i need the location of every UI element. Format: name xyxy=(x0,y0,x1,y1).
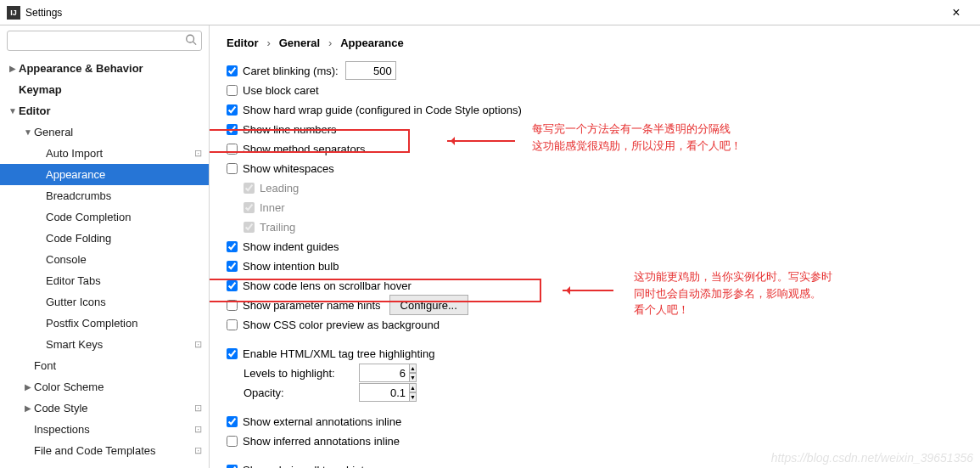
tree-inspections[interactable]: Inspections⊡ xyxy=(0,419,209,440)
chk-inferred-ann[interactable] xyxy=(227,436,238,447)
tree-smart-keys[interactable]: Smart Keys⊡ xyxy=(0,334,209,355)
spinner-levels[interactable]: ▲▼ xyxy=(352,364,403,382)
row-whitespaces: Show whitespaces xyxy=(227,159,965,178)
chk-line-numbers[interactable] xyxy=(227,124,238,135)
chk-param-hints[interactable] xyxy=(227,300,238,311)
input-levels[interactable] xyxy=(359,364,410,382)
settings-tree: ▶Appearance & Behavior Keymap ▼Editor ▼G… xyxy=(0,56,209,461)
row-code-lens: Show code lens on scrollbar hover xyxy=(227,276,965,295)
row-levels: Levels to highlight: ▲▼ xyxy=(227,364,965,382)
spinner-opacity[interactable]: ▲▼ xyxy=(352,383,403,402)
tree-editor-tabs[interactable]: Editor Tabs xyxy=(0,270,209,291)
row-block-caret: Use block caret xyxy=(227,81,965,99)
row-intention-bulb: Show intention bulb xyxy=(227,257,965,275)
lbl-method-separators: Show method separators xyxy=(243,143,366,155)
chk-intention-bulb[interactable] xyxy=(227,261,238,272)
chk-css-color[interactable] xyxy=(227,319,238,330)
tree-keymap[interactable]: Keymap xyxy=(0,79,209,100)
chevron-right-icon: ▶ xyxy=(22,382,34,392)
lbl-inner: Inner xyxy=(260,201,285,214)
tree-auto-import[interactable]: Auto Import⊡ xyxy=(0,143,209,164)
chk-hard-wrap[interactable] xyxy=(227,104,238,116)
chk-method-separators[interactable] xyxy=(227,144,238,155)
search-input[interactable] xyxy=(7,31,202,51)
row-inner: Inner xyxy=(227,198,965,217)
tree-appearance-behavior[interactable]: ▶Appearance & Behavior xyxy=(0,58,209,79)
tree-code-folding[interactable]: Code Folding xyxy=(0,228,209,249)
tree-font[interactable]: Font xyxy=(0,355,209,376)
lbl-opacity: Opacity: xyxy=(244,386,345,399)
tree-gutter-icons[interactable]: Gutter Icons xyxy=(0,291,209,313)
chevron-down-icon: ▼ xyxy=(22,127,34,137)
row-opacity: Opacity: ▲▼ xyxy=(227,383,965,402)
row-external-ann: Show external annotations inline xyxy=(227,412,965,431)
lbl-leading: Leading xyxy=(260,182,299,195)
chk-whitespaces[interactable] xyxy=(227,163,238,174)
chk-indent-guides[interactable] xyxy=(227,241,238,252)
lbl-intention-bulb: Show intention bulb xyxy=(243,260,339,273)
project-icon: ⊡ xyxy=(194,403,202,414)
lbl-css-color: Show CSS color preview as background xyxy=(243,319,440,331)
chevron-right-icon: ▶ xyxy=(7,64,19,73)
chk-html-xml[interactable] xyxy=(227,348,238,359)
lbl-hard-wrap: Show hard wrap guide (configured in Code… xyxy=(243,104,522,116)
tree-color-scheme[interactable]: ▶Color Scheme xyxy=(0,376,209,398)
tree-appearance[interactable]: Appearance xyxy=(0,164,209,185)
arrow-icon xyxy=(447,140,515,142)
project-icon: ⊡ xyxy=(194,339,202,350)
step-up-icon[interactable]: ▲ xyxy=(410,383,417,392)
input-opacity[interactable] xyxy=(359,383,410,402)
lbl-inferred-ann: Show inferred annotations inline xyxy=(243,435,400,448)
lbl-line-numbers: Show line numbers xyxy=(243,123,337,136)
breadcrumb-editor[interactable]: Editor xyxy=(227,37,259,49)
lbl-trailing: Trailing xyxy=(260,221,295,234)
lbl-external-ann: Show external annotations inline xyxy=(243,415,401,428)
arrow-icon xyxy=(563,290,613,291)
project-icon: ⊡ xyxy=(194,445,202,456)
lbl-whitespaces: Show whitespaces xyxy=(243,162,334,175)
tree-general[interactable]: ▼General xyxy=(0,121,209,143)
annotation-1: 每写完一个方法会有一条半透明的分隔线 这功能感觉很鸡肋，所以没用，看个人吧！ xyxy=(532,121,742,154)
chk-block-caret[interactable] xyxy=(227,85,238,96)
chk-chain-hints[interactable] xyxy=(227,465,238,469)
close-button[interactable]: × xyxy=(939,5,973,20)
chk-code-lens[interactable] xyxy=(227,280,238,291)
chevron-right-icon: ▶ xyxy=(22,403,34,413)
search-wrap xyxy=(0,25,209,56)
row-indent-guides: Show indent guides xyxy=(227,237,965,256)
lbl-indent-guides: Show indent guides xyxy=(243,240,339,253)
step-up-icon[interactable]: ▲ xyxy=(410,364,417,373)
tree-console[interactable]: Console xyxy=(0,249,209,270)
tree-file-templates[interactable]: File and Code Templates⊡ xyxy=(0,440,209,461)
tree-code-completion[interactable]: Code Completion xyxy=(0,206,209,228)
lbl-caret-blinking: Caret blinking (ms): xyxy=(243,65,339,77)
row-html-xml: Enable HTML/XML tag tree highlighting xyxy=(227,344,965,363)
content-panel: Editor › General › Appearance Caret blin… xyxy=(210,25,980,468)
chk-inner xyxy=(244,202,255,213)
step-down-icon[interactable]: ▼ xyxy=(410,392,417,402)
tree-postfix-completion[interactable]: Postfix Completion xyxy=(0,313,209,334)
row-trailing: Trailing xyxy=(227,217,965,236)
window-title: Settings xyxy=(25,7,939,19)
tree-code-style[interactable]: ▶Code Style⊡ xyxy=(0,398,209,419)
chk-leading xyxy=(244,183,255,194)
lbl-code-lens: Show code lens on scrollbar hover xyxy=(243,279,412,292)
breadcrumb: Editor › General › Appearance xyxy=(227,36,965,49)
breadcrumb-general[interactable]: General xyxy=(279,37,320,49)
lbl-param-hints: Show parameter name hints xyxy=(243,299,381,312)
chk-external-ann[interactable] xyxy=(227,416,238,427)
step-down-icon[interactable]: ▼ xyxy=(410,373,417,382)
project-icon: ⊡ xyxy=(194,424,202,435)
chevron-down-icon: ▼ xyxy=(7,106,19,116)
app-icon: IJ xyxy=(7,6,20,20)
configure-button[interactable]: Configure... xyxy=(389,295,468,315)
row-css-color: Show CSS color preview as background xyxy=(227,315,965,334)
chevron-right-icon: › xyxy=(328,37,332,49)
chevron-right-icon: › xyxy=(266,37,270,49)
tree-editor[interactable]: ▼Editor xyxy=(0,100,209,121)
lbl-html-xml: Enable HTML/XML tag tree highlighting xyxy=(243,347,434,360)
input-caret-blinking-ms[interactable] xyxy=(345,61,396,80)
project-icon: ⊡ xyxy=(194,148,202,159)
tree-breadcrumbs[interactable]: Breadcrumbs xyxy=(0,185,209,206)
chk-caret-blinking[interactable] xyxy=(227,65,238,76)
